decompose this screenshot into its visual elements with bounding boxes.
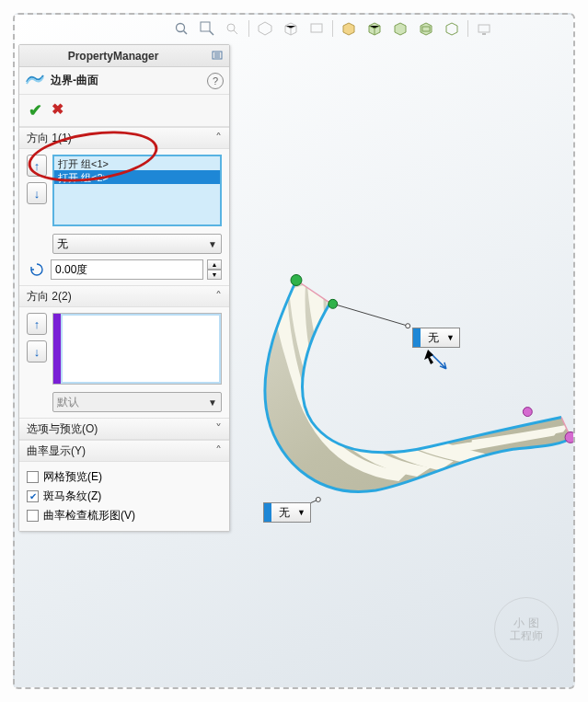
watermark-line2: 工程师 — [510, 629, 543, 642]
group-dir1-body: ↑ ↓ 打开 组<1> 打开 组<2> 无 ▼ 0.00度 — [19, 149, 229, 285]
cube3-icon[interactable] — [416, 18, 436, 39]
dir1-listbox[interactable]: 打开 组<1> 打开 组<2> — [52, 155, 222, 226]
group-curvature-title: 曲率显示(Y) — [27, 443, 215, 459]
chevron-down-icon: ▼ — [297, 508, 308, 517]
dir2-down-button[interactable]: ↓ — [27, 340, 47, 363]
list-item[interactable]: 打开 组<1> — [54, 156, 220, 170]
group-dir1-header[interactable]: 方向 1(1) ˄ — [19, 127, 229, 149]
watermark-line1: 小 图 — [513, 616, 538, 629]
svg-point-12 — [406, 324, 410, 328]
dir1-combo[interactable]: 无 ▼ — [52, 234, 222, 254]
chevron-down-icon: ▼ — [208, 239, 217, 249]
drag-handle[interactable] — [264, 503, 271, 522]
comb-label: 曲率检查梳形图(V) — [43, 508, 135, 524]
svg-point-9 — [329, 299, 338, 308]
svg-point-8 — [291, 275, 302, 286]
watermark: 小 图 工程师 — [494, 597, 559, 662]
feature-label: 边界-曲面 — [51, 73, 98, 88]
spin-down[interactable]: ▼ — [207, 270, 222, 280]
pm-title: PropertyManager — [19, 50, 207, 63]
group-dir1-title: 方向 1(1) — [27, 131, 215, 146]
svg-point-10 — [523, 408, 532, 417]
orient-icon[interactable] — [281, 18, 301, 39]
divider — [248, 20, 249, 37]
group-curvature-body: 网格预览(E) ✔ 斑马条纹(Z) 曲率检查梳形图(V) — [19, 462, 229, 531]
svg-rect-1 — [201, 22, 210, 31]
group-options-title: 选项与预览(O) — [27, 421, 215, 437]
divider — [332, 20, 333, 37]
dir2-listbox[interactable] — [52, 313, 222, 385]
cancel-button[interactable]: ✖ — [52, 100, 63, 121]
zebra-checkbox[interactable]: ✔ — [27, 490, 39, 502]
canvas-dir2-combo[interactable]: 无 ▼ — [263, 502, 311, 523]
group-dir2-title: 方向 2(2) — [27, 289, 215, 305]
svg-point-0 — [177, 24, 185, 32]
comb-checkbox[interactable] — [27, 510, 39, 522]
help-icon[interactable]: ? — [207, 73, 224, 89]
svg-rect-5 — [478, 25, 490, 32]
svg-point-13 — [316, 497, 320, 501]
color-strip — [53, 314, 61, 384]
drag-handle[interactable] — [413, 328, 421, 347]
feature-row: 边界-曲面 ? — [19, 67, 229, 95]
ok-button[interactable]: ✔ — [29, 100, 42, 121]
pin-icon[interactable] — [207, 46, 227, 66]
shaded-edges-icon[interactable] — [339, 18, 359, 39]
prev-view-icon[interactable] — [223, 18, 243, 39]
angle-icon — [27, 259, 47, 280]
dir1-angle-field[interactable]: 0.00度 — [51, 259, 203, 280]
zoom-area-icon[interactable] — [197, 18, 217, 39]
group-options-header[interactable]: 选项与预览(O) ˅ — [19, 418, 229, 440]
mesh-preview-checkbox[interactable] — [27, 471, 39, 483]
group-curvature-header[interactable]: 曲率显示(Y) ˄ — [19, 440, 229, 462]
svg-point-11 — [565, 432, 573, 443]
svg-rect-6 — [482, 33, 486, 35]
chevron-down-icon: ˅ — [215, 421, 222, 436]
group-dir2-header[interactable]: 方向 2(2) ˄ — [19, 285, 229, 307]
divider — [467, 20, 468, 37]
spin-up[interactable]: ▲ — [207, 259, 222, 270]
section-icon[interactable] — [255, 18, 275, 39]
dir1-combo-label: 无 — [57, 236, 208, 252]
mesh-preview-label: 网格预览(E) — [43, 469, 102, 485]
wire-icon[interactable] — [442, 18, 462, 39]
zoom-fit-icon[interactable] — [171, 18, 191, 39]
dir1-down-button[interactable]: ↓ — [27, 182, 47, 204]
chevron-up-icon: ˄ — [215, 443, 222, 458]
surface-icon — [25, 71, 45, 90]
group-dir2-body: ↑ ↓ 默认 ▼ — [19, 307, 229, 418]
dir1-angle-value: 0.00度 — [55, 262, 87, 278]
canvas-dir1-combo[interactable]: 无 ▼ — [412, 328, 460, 348]
svg-rect-3 — [311, 24, 322, 32]
chevron-up-icon: ˄ — [215, 289, 222, 304]
capture-icon[interactable] — [474, 18, 494, 39]
chevron-down-icon: ▼ — [208, 397, 217, 408]
display-icon[interactable] — [306, 18, 327, 39]
chevron-up-icon: ˄ — [215, 131, 222, 145]
canvas-combo-label: 无 — [421, 330, 446, 346]
dir2-combo-label: 默认 — [57, 395, 208, 410]
property-manager-panel: PropertyManager 边界-曲面 ? ✔ ✖ 方向 1(1) ˄ ↑ … — [18, 44, 230, 532]
dir2-combo[interactable]: 默认 ▼ — [52, 392, 222, 412]
dir2-up-button[interactable]: ↑ — [27, 313, 47, 335]
list-item[interactable]: 打开 组<2> — [54, 170, 220, 184]
cube-icon[interactable] — [364, 18, 385, 39]
pm-header: PropertyManager — [19, 45, 229, 67]
svg-point-2 — [227, 24, 235, 31]
zebra-label: 斑马条纹(Z) — [43, 489, 101, 504]
chevron-down-icon: ▼ — [446, 333, 457, 342]
cube2-icon[interactable] — [390, 18, 410, 39]
view-toolbar — [15, 15, 573, 40]
canvas-combo-label: 无 — [271, 505, 297, 521]
dir1-up-button[interactable]: ↑ — [27, 155, 47, 177]
accept-row: ✔ ✖ — [19, 95, 229, 127]
